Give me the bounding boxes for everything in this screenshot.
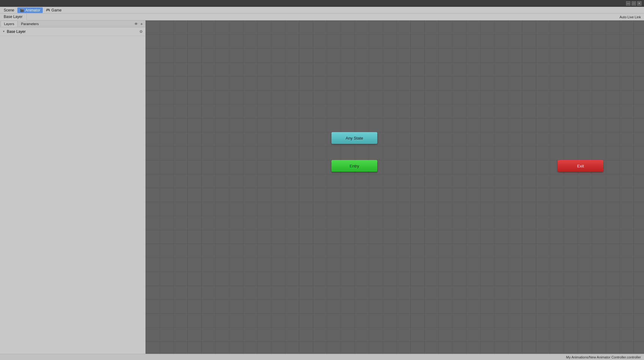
tab-parameters-label: Parameters xyxy=(21,22,39,26)
game-label: Game xyxy=(51,8,62,12)
main-layout: Layers Parameters 👁 + ▼ Base Layer ⚙ Any xyxy=(0,20,644,354)
menu-scene[interactable]: Scene xyxy=(1,7,17,13)
tab-layers[interactable]: Layers xyxy=(1,20,18,27)
auto-live-link-label: Auto Live Link xyxy=(620,15,641,19)
entry-label: Entry xyxy=(350,164,359,168)
auto-live-link-button[interactable]: Auto Live Link xyxy=(616,14,644,20)
close-button[interactable]: ✕ xyxy=(637,1,642,6)
layer-item-base[interactable]: ▼ Base Layer ⚙ xyxy=(0,27,145,36)
any-state-label: Any State xyxy=(346,136,363,140)
exit-label: Exit xyxy=(577,164,584,168)
panel-tabs: Layers Parameters 👁 + xyxy=(0,20,145,27)
maximize-button[interactable]: □ xyxy=(632,1,636,6)
tab-layers-label: Layers xyxy=(4,22,14,26)
layer-gear-icon[interactable]: ⚙ xyxy=(139,29,143,34)
base-layer-tab[interactable]: Base Layer xyxy=(0,14,27,20)
add-icon: + xyxy=(140,21,143,26)
graph-area[interactable]: Any State Entry Exit xyxy=(146,20,644,354)
menu-animator[interactable]: 🎬 Animator xyxy=(17,7,43,13)
any-state-node[interactable]: Any State xyxy=(331,132,377,144)
entry-node[interactable]: Entry xyxy=(331,160,377,172)
window-controls[interactable]: — □ ✕ xyxy=(626,1,642,6)
minimize-button[interactable]: — xyxy=(626,1,630,6)
status-text: My Animations/New Animator Controller.co… xyxy=(566,355,641,359)
menu-game[interactable]: 🎮 Game xyxy=(43,7,64,13)
tab-parameters[interactable]: Parameters xyxy=(18,20,42,27)
layer-name: Base Layer xyxy=(7,29,138,34)
eye-icon[interactable]: 👁 xyxy=(134,21,138,26)
left-panel: Layers Parameters 👁 + ▼ Base Layer ⚙ xyxy=(0,20,146,354)
game-icon: 🎮 xyxy=(46,8,50,12)
animator-label: Animator xyxy=(25,8,40,12)
exit-node[interactable]: Exit xyxy=(558,160,603,172)
grid-background xyxy=(146,20,644,354)
animator-icon: 🎬 xyxy=(20,8,24,12)
title-bar: — □ ✕ xyxy=(0,0,644,7)
editor-tab-bar: Base Layer Auto Live Link xyxy=(0,14,644,20)
layer-toggle-icon: ▼ xyxy=(2,30,5,33)
scene-label: Scene xyxy=(4,8,14,12)
status-bar: My Animations/New Animator Controller.co… xyxy=(0,354,644,360)
add-layer-button[interactable]: + xyxy=(138,21,145,27)
base-layer-tab-label: Base Layer xyxy=(4,15,23,19)
layer-list: ▼ Base Layer ⚙ xyxy=(0,27,145,354)
menu-bar: Scene 🎬 Animator 🎮 Game xyxy=(0,7,644,14)
